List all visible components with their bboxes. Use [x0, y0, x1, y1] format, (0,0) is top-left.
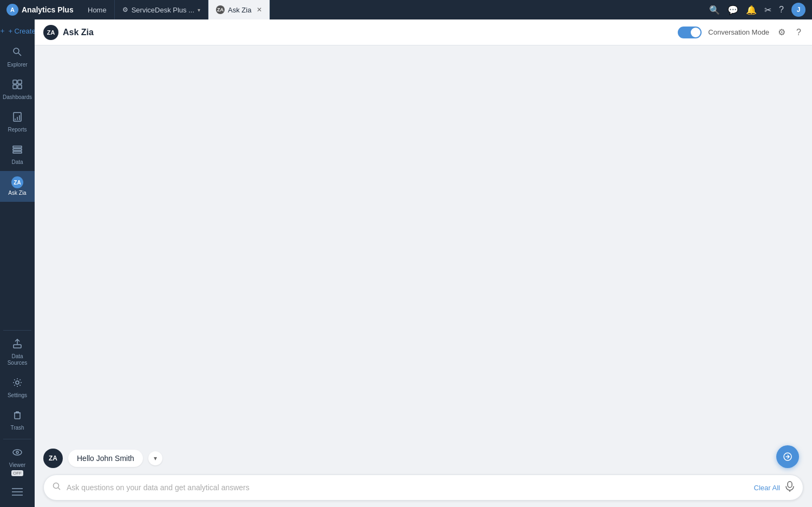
- reports-label: Reports: [8, 127, 27, 133]
- explorer-label: Explorer: [7, 62, 27, 68]
- datasources-label: Data Sources: [2, 353, 32, 366]
- svg-rect-10: [13, 146, 22, 148]
- dashboards-label: Dashboards: [3, 94, 32, 101]
- svg-point-16: [13, 450, 22, 455]
- askzia-label: Ask Zia: [8, 190, 26, 196]
- create-plus-icon: ＋: [0, 26, 6, 36]
- chat-search-icon: [53, 482, 61, 493]
- viewer-badge: OFF: [11, 470, 23, 476]
- topbar-actions: 🔍 💬 🔔 ✂ ? J: [703, 3, 812, 17]
- content-header: ZA Ask Zia Conversation Mode ⚙ ?: [35, 19, 812, 45]
- svg-rect-13: [14, 345, 21, 348]
- conversation-mode-toggle[interactable]: [678, 27, 702, 38]
- clear-all-button[interactable]: Clear All: [754, 484, 780, 492]
- scissors-icon[interactable]: ✂: [764, 5, 771, 15]
- sidebar-item-data[interactable]: Data: [0, 139, 35, 171]
- tab-servicedesk[interactable]: ⚙ ServiceDesk Plus ... ▾: [115, 0, 208, 19]
- user-avatar[interactable]: J: [791, 3, 806, 17]
- main-layout: ＋ + Create Explorer Dashboards Reports: [0, 19, 812, 507]
- svg-rect-11: [13, 149, 22, 150]
- svg-point-17: [16, 451, 18, 453]
- tab-home[interactable]: Home: [80, 0, 115, 19]
- sidebar-item-dashboards[interactable]: Dashboards: [0, 74, 35, 106]
- svg-rect-2: [13, 80, 17, 84]
- search-icon[interactable]: 🔍: [709, 5, 720, 15]
- askzia-tab-icon: ZA: [216, 5, 225, 14]
- content-area: ZA Ask Zia Conversation Mode ⚙ ? ZA: [35, 19, 812, 507]
- content-title: ZA Ask Zia: [43, 25, 94, 40]
- chat-input-field[interactable]: [67, 483, 754, 492]
- sidebar-divider-1: [3, 330, 31, 331]
- svg-rect-23: [788, 482, 792, 488]
- data-label: Data: [11, 159, 23, 166]
- sidebar-item-datasources[interactable]: Data Sources: [0, 333, 35, 372]
- mic-icon[interactable]: [785, 481, 794, 494]
- reports-icon: [12, 111, 23, 125]
- servicedesk-tab-icon: ⚙: [122, 6, 128, 14]
- hamburger-icon: [12, 487, 23, 498]
- svg-point-21: [54, 483, 59, 489]
- bell-icon[interactable]: 🔔: [746, 5, 757, 15]
- help-icon[interactable]: ?: [779, 5, 784, 15]
- chat-input-bar: Clear All: [43, 475, 803, 501]
- servicedesk-tab-label: ServiceDesk Plus ...: [132, 6, 194, 14]
- sidebar-item-settings[interactable]: Settings: [0, 372, 35, 404]
- explorer-icon: [12, 47, 23, 60]
- trash-icon: [12, 410, 23, 423]
- svg-rect-15: [15, 413, 20, 419]
- chat-bottom: ZA Hello John Smith ▾ Clear All: [35, 449, 812, 507]
- sidebar-item-viewer[interactable]: Viewer OFF: [0, 442, 35, 482]
- trash-label: Trash: [10, 425, 24, 431]
- greeting-bubble: ZA Hello John Smith ▾: [43, 449, 803, 468]
- settings-icon: [12, 377, 23, 391]
- header-settings-button[interactable]: ⚙: [776, 25, 788, 39]
- svg-point-0: [14, 48, 19, 54]
- askzia-tab-close[interactable]: ✕: [257, 6, 262, 14]
- sidebar-item-trash[interactable]: Trash: [0, 404, 35, 437]
- conversation-mode-label: Conversation Mode: [708, 28, 769, 36]
- greeting-chevron-button[interactable]: ▾: [148, 451, 162, 465]
- sidebar-item-askzia[interactable]: ZA Ask Zia: [0, 171, 35, 202]
- sidebar-item-reports[interactable]: Reports: [0, 106, 35, 139]
- svg-rect-12: [13, 152, 22, 153]
- chat-icon[interactable]: 💬: [728, 5, 738, 15]
- svg-point-14: [16, 381, 19, 384]
- svg-rect-4: [13, 85, 17, 89]
- sidebar-bottom: Data Sources Settings Trash Viewer: [0, 328, 35, 504]
- viewer-icon: [12, 447, 23, 460]
- topbar: A Analytics Plus Home ⚙ ServiceDesk Plus…: [0, 0, 812, 19]
- svg-rect-3: [18, 80, 22, 84]
- greeting-text: Hello John Smith: [68, 450, 143, 467]
- app-logo: A Analytics Plus: [0, 0, 80, 19]
- home-tab-label: Home: [88, 6, 107, 14]
- sidebar-divider-2: [3, 439, 31, 439]
- sidebar-item-explorer[interactable]: Explorer: [0, 41, 35, 74]
- sidebar-item-menu[interactable]: [0, 482, 35, 504]
- data-icon: [12, 144, 23, 157]
- create-label: + Create: [8, 27, 35, 35]
- header-help-button[interactable]: ?: [794, 25, 803, 39]
- svg-line-22: [58, 488, 61, 490]
- askzia-icon: ZA: [11, 176, 23, 188]
- zia-header-icon: ZA: [43, 25, 58, 40]
- tab-askzia[interactable]: ZA Ask Zia ✕: [208, 0, 270, 19]
- chat-area: [35, 45, 812, 449]
- dashboards-icon: [12, 79, 23, 93]
- svg-line-1: [18, 53, 21, 56]
- zia-avatar: ZA: [43, 449, 63, 468]
- header-right: Conversation Mode ⚙ ?: [678, 25, 803, 39]
- app-name: Analytics Plus: [22, 5, 74, 14]
- servicedesk-dropdown-icon[interactable]: ▾: [198, 7, 200, 13]
- settings-label: Settings: [8, 392, 27, 399]
- app-logo-icon: A: [6, 4, 18, 16]
- viewer-label: Viewer: [9, 462, 25, 469]
- send-fab-button[interactable]: [776, 445, 799, 468]
- svg-rect-5: [18, 85, 22, 89]
- topbar-tabs: Home ⚙ ServiceDesk Plus ... ▾ ZA Ask Zia…: [80, 0, 703, 19]
- sidebar: ＋ + Create Explorer Dashboards Reports: [0, 19, 35, 507]
- datasources-icon: [12, 338, 23, 352]
- askzia-tab-label: Ask Zia: [228, 6, 251, 14]
- page-title: Ask Zia: [63, 28, 94, 37]
